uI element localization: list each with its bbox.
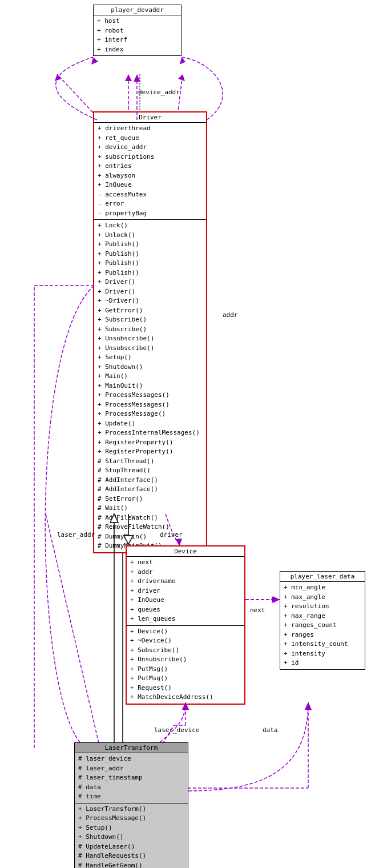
- diagram: player_devaddr + host + robot + interf +…: [0, 0, 367, 868]
- device-methods: + Device() + ~Device() + Subscribe() + U…: [127, 626, 244, 704]
- player-laser-data-fields: + min_angle + max_angle + resolution + m…: [280, 582, 365, 669]
- player-laser-data-title: player_laser_data: [280, 572, 365, 582]
- svg-marker-5: [178, 74, 185, 81]
- driver-title: Driver: [94, 112, 206, 123]
- svg-line-10: [46, 514, 100, 748]
- driver-methods: + Lock() + Unlock() + Publish() + Publis…: [94, 220, 206, 552]
- laser-transform-box: LaserTransform # laser_device # laser_ad…: [74, 742, 188, 868]
- driver-attributes: + driverthread + ret_queue + device_addr…: [94, 123, 206, 220]
- svg-marker-25: [91, 57, 98, 65]
- device-attributes: + next + addr + drivername + driver + In…: [127, 557, 244, 626]
- laser-addr-label: laser_addr: [57, 531, 95, 539]
- laser-transform-methods: + LaserTransform() + ProcessMessage() + …: [75, 803, 188, 869]
- player-laser-data-box: player_laser_data + min_angle + max_angl…: [280, 571, 365, 670]
- laser-transform-title: LaserTransform: [75, 743, 188, 753]
- driver-label: driver: [160, 531, 183, 539]
- svg-marker-26: [134, 74, 140, 82]
- svg-marker-1: [55, 74, 62, 81]
- data-label: data: [263, 726, 278, 734]
- addr-label: addr: [223, 311, 238, 319]
- driver-box: Driver + driverthread + ret_queue + devi…: [93, 111, 207, 553]
- player-devaddr-title: player_devaddr: [94, 5, 181, 15]
- laser-device-label: laser_device: [154, 726, 199, 734]
- player-devaddr-box: player_devaddr + host + robot + interf +…: [93, 5, 182, 56]
- svg-marker-3: [125, 74, 132, 81]
- device-addr-label: device_addr: [138, 89, 180, 96]
- svg-marker-16: [273, 596, 280, 603]
- svg-marker-32: [272, 596, 279, 603]
- player-devaddr-fields: + host + robot + interf + index: [94, 15, 181, 55]
- svg-marker-34: [305, 702, 312, 710]
- device-box: Device + next + addr + drivername + driv…: [126, 545, 245, 705]
- next-label: next: [250, 606, 265, 614]
- device-title: Device: [127, 546, 244, 557]
- svg-marker-27: [180, 57, 185, 65]
- laser-transform-attributes: # laser_device # laser_addr # laser_time…: [75, 753, 188, 803]
- svg-marker-23: [305, 702, 312, 710]
